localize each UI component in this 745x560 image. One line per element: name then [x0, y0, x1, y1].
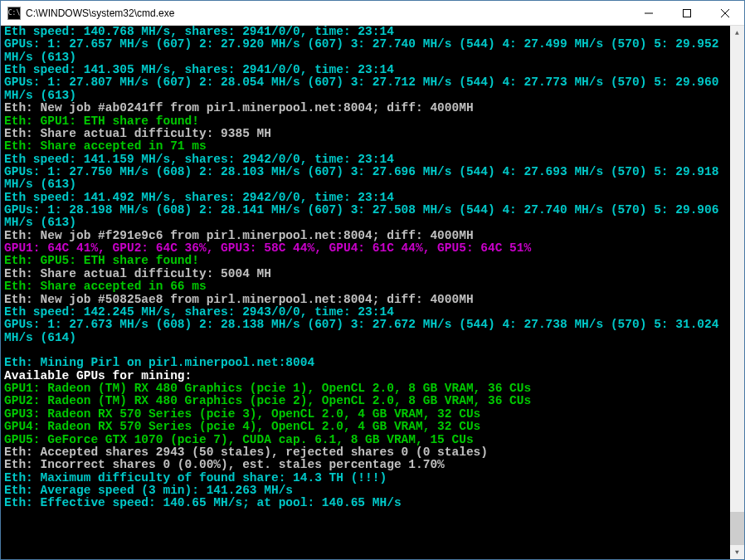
scroll-thumb[interactable] [730, 512, 744, 545]
terminal-line: Eth speed: 141.305 MH/s, shares: 2941/0/… [4, 63, 394, 76]
terminal-line: Eth: Average speed (3 min): 141.263 MH/s [4, 484, 293, 497]
terminal-line: GPU4: Radeon RX 570 Series (pcie 4), Ope… [4, 420, 480, 433]
terminal-line: Eth: Share actual difficulty: 9385 MH [4, 127, 271, 140]
scroll-down-arrow[interactable]: ▼ [730, 545, 744, 559]
terminal-line: Available GPUs for mining: [4, 369, 192, 382]
terminal-line: Eth: New job #50825ae8 from pirl.minerpo… [4, 293, 474, 306]
terminal-line: Eth: Effective speed: 140.65 MH/s; at po… [4, 496, 402, 509]
window-title: C:\WINDOWS\system32\cmd.exe [26, 7, 630, 19]
terminal-line: Eth: Accepted shares 2943 (50 stales), r… [4, 446, 488, 459]
terminal-line: GPUs: 1: 27.657 MH/s (607) 2: 27.920 MH/… [4, 37, 726, 63]
titlebar[interactable]: C:\ C:\WINDOWS\system32\cmd.exe [1, 1, 744, 26]
terminal-line: GPU1: 64C 41%, GPU2: 64C 36%, GPU3: 58C … [4, 241, 531, 255]
terminal-line: GPU5: GeForce GTX 1070 (pcie 7), CUDA ca… [4, 433, 474, 446]
terminal-line: Eth: Share accepted in 66 ms [4, 280, 207, 293]
svg-rect-1 [684, 9, 691, 17]
terminal-line: GPUs: 1: 27.750 MH/s (608) 2: 28.103 MH/… [4, 165, 726, 191]
terminal-line: Eth: Incorrect shares 0 (0.00%), est. st… [4, 458, 445, 471]
terminal-line: Eth: Share actual difficulty: 5004 MH [4, 267, 271, 280]
terminal-line: GPUs: 1: 27.673 MH/s (608) 2: 28.138 MH/… [4, 318, 726, 343]
terminal-line: GPU1: Radeon (TM) RX 480 Graphics (pcie … [4, 382, 531, 395]
terminal-line: GPU3: Radeon RX 570 Series (pcie 3), Ope… [4, 407, 480, 421]
terminal-line: Eth: Share accepted in 71 ms [4, 139, 207, 153]
terminal-line: Eth: Maximum difficulty of found share: … [4, 471, 387, 485]
terminal-line: Eth: New job #f291e9c6 from pirl.minerpo… [4, 229, 474, 242]
maximize-button[interactable] [668, 1, 706, 25]
terminal-output[interactable]: Eth speed: 140.768 MH/s, shares: 2941/0/… [1, 26, 730, 559]
terminal-line: GPUs: 1: 27.807 MH/s (607) 2: 28.054 MH/… [4, 75, 726, 101]
terminal-line: Eth: GPU5: ETH share found! [4, 254, 199, 267]
minimize-button[interactable] [630, 1, 668, 25]
scrollbar[interactable]: ▲ ▼ [730, 26, 744, 559]
terminal-line: Eth: Mining Pirl on pirl.minerpool.net:8… [4, 356, 314, 369]
terminal-line: GPUs: 1: 28.198 MH/s (608) 2: 28.141 MH/… [4, 203, 726, 229]
window-controls [630, 1, 744, 25]
terminal-line: Eth speed: 142.245 MH/s, shares: 2943/0/… [4, 305, 394, 319]
scroll-up-arrow[interactable]: ▲ [730, 26, 744, 40]
close-button[interactable] [706, 1, 744, 25]
terminal-line: Eth speed: 141.492 MH/s, shares: 2942/0/… [4, 191, 394, 204]
scroll-track[interactable] [730, 40, 744, 545]
terminal-line: Eth: GPU1: ETH share found! [4, 114, 199, 128]
cmd-icon: C:\ [7, 7, 21, 20]
terminal-line: Eth speed: 140.768 MH/s, shares: 2941/0/… [4, 26, 394, 38]
terminal-line: Eth: New job #ab0241ff from pirl.minerpo… [4, 101, 474, 114]
cmd-window: C:\ C:\WINDOWS\system32\cmd.exe Eth spee… [0, 0, 745, 560]
terminal-line: GPU2: Radeon (TM) RX 480 Graphics (pcie … [4, 394, 531, 407]
terminal-area: Eth speed: 140.768 MH/s, shares: 2941/0/… [1, 26, 744, 559]
terminal-line: Eth speed: 141.159 MH/s, shares: 2942/0/… [4, 153, 394, 166]
